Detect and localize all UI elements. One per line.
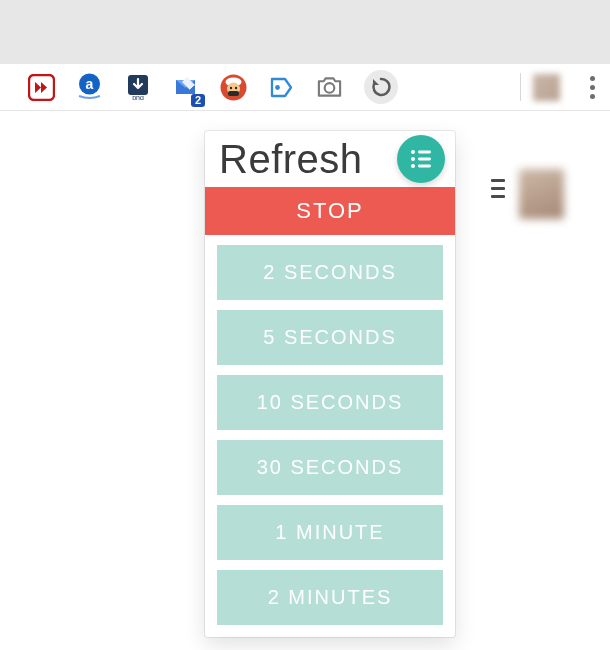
popup-header: Refresh <box>205 131 455 187</box>
interval-option[interactable]: 10 SECONDS <box>217 375 443 430</box>
browser-toolbar: a png 2 <box>0 64 610 111</box>
svg-text:a: a <box>86 76 94 92</box>
hamburger-icon[interactable] <box>491 179 505 198</box>
svg-point-12 <box>325 83 335 93</box>
amazon-icon[interactable]: a <box>76 74 103 101</box>
svg-point-17 <box>411 164 415 168</box>
svg-point-13 <box>411 150 415 154</box>
svg-rect-18 <box>418 165 431 168</box>
toolbar-divider <box>520 73 521 101</box>
svg-rect-8 <box>228 91 239 96</box>
extensions-row: a png 2 <box>6 70 398 104</box>
svg-rect-14 <box>418 151 431 154</box>
tag-icon[interactable] <box>268 74 295 101</box>
interval-options: 2 SECONDS 5 SECONDS 10 SECONDS 30 SECOND… <box>205 235 455 637</box>
png-download-icon[interactable]: png <box>124 74 151 101</box>
svg-point-11 <box>275 85 280 90</box>
omnibox-area <box>0 0 610 64</box>
interval-option[interactable]: 1 MINUTE <box>217 505 443 560</box>
page-content: Refresh STOP 2 SECONDS 5 SECONDS 10 SECO… <box>0 111 610 650</box>
popup-list-button[interactable] <box>397 135 445 183</box>
svg-point-15 <box>411 157 415 161</box>
svg-text:png: png <box>132 94 144 101</box>
refresh-popup: Refresh STOP 2 SECONDS 5 SECONDS 10 SECO… <box>205 131 455 637</box>
fast-forward-icon[interactable] <box>28 74 55 101</box>
history-refresh-icon[interactable] <box>364 70 398 104</box>
interval-option[interactable]: 2 MINUTES <box>217 570 443 625</box>
camera-icon[interactable] <box>316 74 343 101</box>
profile-avatar-toolbar[interactable] <box>533 74 560 101</box>
chef-avatar-icon[interactable] <box>220 74 247 101</box>
stop-button[interactable]: STOP <box>205 187 455 235</box>
svg-point-9 <box>230 86 232 88</box>
svg-rect-16 <box>418 158 431 161</box>
inbox-icon[interactable]: 2 <box>172 74 199 101</box>
svg-point-10 <box>235 86 237 88</box>
interval-option[interactable]: 2 SECONDS <box>217 245 443 300</box>
popup-title: Refresh <box>219 137 363 182</box>
profile-avatar-content[interactable] <box>519 169 564 219</box>
inbox-badge: 2 <box>191 94 205 107</box>
browser-menu-button[interactable] <box>580 73 604 101</box>
interval-option[interactable]: 5 SECONDS <box>217 310 443 365</box>
interval-option[interactable]: 30 SECONDS <box>217 440 443 495</box>
